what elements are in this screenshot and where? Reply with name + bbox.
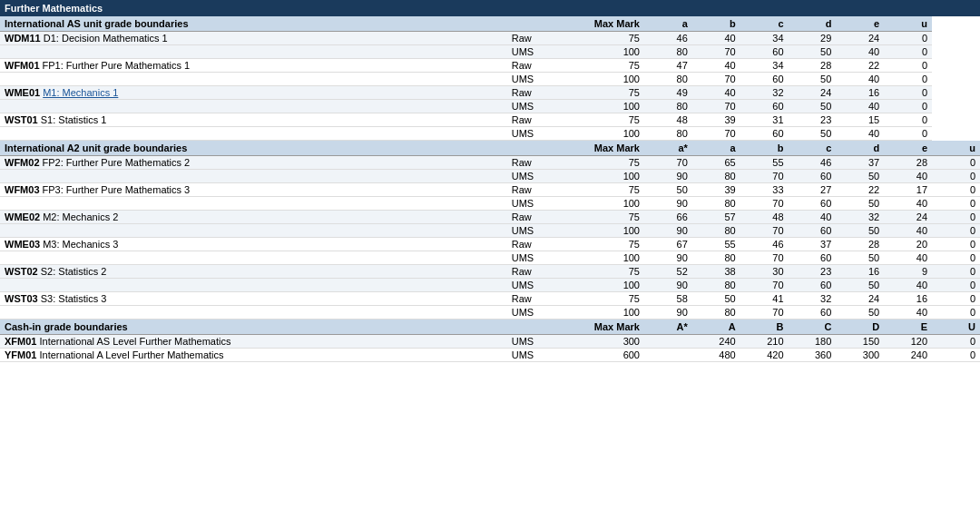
grade-a: 55 [692,238,740,251]
section-header-grade-d: D [836,319,884,335]
section-header-grade-a: a [692,141,740,156]
max-mark: 100 [562,170,644,183]
grade-a: 46 [644,32,692,45]
section-header-grade-b: B [740,319,789,335]
grade-u: 0 [932,349,980,362]
subject-code: WFM02 [5,157,43,168]
grade-e: 20 [884,238,932,251]
grade-u: 0 [884,86,932,100]
subject-code: WDM11 [5,33,44,44]
row-type: UMS [507,100,562,113]
subject-name-cell: WST01 S1: Statistics 1 [0,113,507,127]
grade-a: 38 [692,265,740,279]
subject-name-cell [0,45,507,59]
section-header-grade-e: e [836,16,884,32]
subject-name: FP2: Further Pure Mathematics 2 [43,157,191,168]
section-header-grade-a: A [692,319,740,335]
grade-u: 0 [884,45,932,59]
grade-e: 40 [836,127,884,141]
grade-e: 16 [884,292,932,306]
grade-e: 40 [884,224,932,238]
grade-b: 70 [740,251,789,265]
section-header-grade-e: E [884,319,932,335]
grade-d: 37 [836,156,884,170]
grade-b: 39 [692,113,740,127]
subject-code: WME01 [5,87,43,98]
section-header-grade-b: b [740,141,789,156]
table-row: WME02 M2: Mechanics 2Raw756657484032240 [0,211,980,224]
subject-name-cell [0,100,507,113]
table-row: UMS1009080706050400 [0,251,980,265]
grade-c: 60 [740,127,789,141]
grade-e: 40 [884,251,932,265]
section-header-grade-d: d [836,141,884,156]
grade-c: 360 [789,349,837,362]
subject-code: WME03 [5,239,43,250]
grade-d: 50 [789,127,837,141]
grade-b: 40 [692,86,740,100]
grade-astar: 67 [644,238,692,251]
subject-code: WST03 [5,293,41,304]
grade-astar: 50 [644,183,692,197]
grade-b: 210 [740,335,789,349]
grade-u: 0 [884,73,932,86]
grade-c: 31 [740,113,789,127]
grade-b: 70 [692,127,740,141]
grade-d: 150 [836,335,884,349]
subject-name-cell [0,73,507,86]
table-row: UMS1009080706050400 [0,306,980,319]
subject-name-cell: XFM01 International AS Level Further Mat… [0,335,507,349]
subject-name: International A Level Further Mathematic… [40,349,224,360]
grade-c: 37 [789,238,837,251]
subject-code: WFM01 [5,60,43,71]
grade-d: 50 [789,73,837,86]
grade-u: 0 [932,335,980,349]
grade-d: 300 [836,349,884,362]
grade-astar: 90 [644,306,692,319]
subject-name-cell: WST03 S3: Statistics 3 [0,292,507,306]
subject-name[interactable]: M1: Mechanics 1 [43,87,118,98]
section-header-type [507,16,562,32]
subject-name: FP3: Further Pure Mathematics 3 [43,184,191,195]
max-mark: 75 [562,238,644,251]
max-mark: 100 [562,251,644,265]
subject-name-cell: WFM02 FP2: Further Pure Mathematics 2 [0,156,507,170]
section-header-type [507,319,562,335]
grade-b: 48 [740,211,789,224]
grade-c: 34 [740,32,789,45]
row-type: Raw [507,183,562,197]
grade-astar: 90 [644,279,692,292]
section-header-grade-u: U [932,319,980,335]
grade-b: 70 [740,279,789,292]
grade-u: 0 [932,211,980,224]
section-header-grade-b: b [692,16,740,32]
grade-u: 0 [932,279,980,292]
grade-c: 60 [789,279,837,292]
max-mark: 100 [562,197,644,211]
table-row: WST03 S3: Statistics 3Raw755850413224160 [0,292,980,306]
row-type: UMS [507,224,562,238]
grade-c: 60 [740,100,789,113]
table-row: UMS10080706050400 [0,45,980,59]
subject-name-cell: WME02 M2: Mechanics 2 [0,211,507,224]
grade-b: 46 [740,238,789,251]
grade-u: 0 [884,127,932,141]
table-row: WFM02 FP2: Further Pure Mathematics 2Raw… [0,156,980,170]
grade-e: 24 [884,211,932,224]
grade-d: 24 [789,86,837,100]
row-type: UMS [507,73,562,86]
section-header-label: International AS unit grade boundaries [0,16,507,32]
subject-name-cell [0,224,507,238]
section-header-grade-d: d [789,16,837,32]
grade-c: 46 [789,156,837,170]
subject-name: International AS Level Further Mathemati… [40,336,231,347]
max-mark: 75 [562,156,644,170]
table-row: UMS10080706050400 [0,127,980,141]
grade-e: 120 [884,335,932,349]
max-mark: 75 [562,59,644,73]
grade-e: 9 [884,265,932,279]
subject-name-cell: WME01 M1: Mechanics 1 [0,86,507,100]
subject-code: WST02 [5,266,41,277]
subject-name-cell: WFM01 FP1: Further Pure Mathematics 1 [0,59,507,73]
grade-c: 40 [789,211,837,224]
